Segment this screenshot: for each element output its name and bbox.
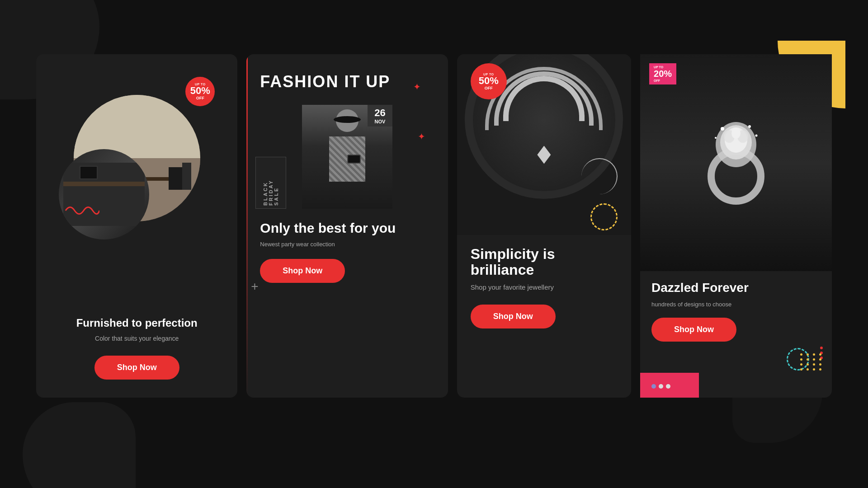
- card1-subtitle: Color that suits your elegance: [76, 335, 198, 342]
- cards-container: UP TO 50% OFF Furnished to perfection Co…: [36, 54, 832, 398]
- svg-point-10: [715, 137, 717, 139]
- desk-surface: [63, 182, 145, 186]
- card3-description: Shop your favorite jewellery: [471, 283, 618, 291]
- svg-point-6: [731, 128, 741, 139]
- card4-badge-off: OFF: [654, 79, 672, 82]
- card3-shop-button[interactable]: Shop Now: [471, 305, 556, 328]
- rings-card: ◀ ◀ ◀ ◀ ◀: [640, 54, 832, 398]
- date-day: 26: [370, 107, 390, 119]
- fashion-hat: [334, 116, 361, 123]
- jewellery-card: UP TO 50% OFF Simplicity is brilliance S…: [457, 54, 631, 398]
- discount-badge: UP TO 50% OFF: [185, 77, 215, 106]
- fashion-card: FASHION IT UP ✦ ✦ + BLACK FRIDAY SALE 26…: [246, 54, 448, 398]
- necklace-pendant: [537, 146, 551, 164]
- carousel-dot-3[interactable]: [666, 384, 670, 389]
- black-friday-tag: BLACK FRIDAY SALE: [255, 157, 286, 209]
- star-decoration-1: ✦: [413, 81, 421, 92]
- svg-point-9: [755, 135, 758, 137]
- badge-off: OFF: [196, 96, 204, 100]
- furniture-card: UP TO 50% OFF Furnished to perfection Co…: [36, 54, 237, 398]
- carousel-dot-2[interactable]: [659, 384, 663, 389]
- date-month: NOV: [370, 119, 390, 124]
- squiggle-decoration: [63, 202, 99, 221]
- card4-title: Dazzled Forever: [651, 280, 821, 296]
- svg-point-7: [721, 127, 724, 131]
- card2-divider: [246, 54, 248, 398]
- date-box: 26 NOV: [368, 105, 392, 127]
- plus-decoration: +: [251, 279, 258, 294]
- card2-text-area: Only the best for you Newest party wear …: [260, 220, 434, 283]
- card4-badge-up-to: UP TO: [654, 66, 672, 69]
- fashion-camera: [347, 155, 361, 164]
- badge-percent: 50%: [190, 86, 210, 96]
- room-lamp: [182, 163, 191, 190]
- card4-discount-badge: UP TO 20% OFF: [649, 63, 676, 84]
- carousel-dots: [651, 384, 670, 389]
- card3-discount-badge: UP TO 50% OFF: [471, 63, 507, 99]
- room-wall: [74, 95, 200, 158]
- card3-badge-percent: 50%: [479, 76, 499, 86]
- desk-monitor: [80, 166, 98, 179]
- card1-text-area: Furnished to perfection Color that suits…: [76, 308, 198, 380]
- bottom-dot-grid: [800, 353, 823, 371]
- card1-desk-image: [59, 149, 149, 239]
- card4-shop-button[interactable]: Shop Now: [651, 318, 736, 342]
- ring-svg: [686, 104, 786, 221]
- bg-decoration-2: [23, 402, 136, 488]
- dot-1: [820, 347, 823, 349]
- ring-display: [640, 54, 832, 271]
- card4-image-area: UP TO 20% OFF: [640, 54, 832, 271]
- arc-decoration: [581, 158, 618, 194]
- card3-title: Simplicity is brilliance: [471, 246, 618, 278]
- svg-point-8: [748, 125, 751, 128]
- card2-subheading: Only the best for you: [260, 220, 434, 236]
- card3-badge-off: OFF: [485, 86, 493, 90]
- card2-heading: FASHION IT UP: [260, 72, 434, 91]
- card2-shop-button[interactable]: Shop Now: [260, 259, 345, 283]
- card4-badge-percent: 20%: [654, 69, 672, 79]
- card1-title: Furnished to perfection: [76, 317, 198, 329]
- card2-image-area: BLACK FRIDAY SALE 26 NOV: [260, 105, 434, 209]
- card1-desk-circle: [59, 149, 149, 239]
- card4-description: hundreds of designs to choose: [651, 300, 821, 309]
- carousel-dot-1[interactable]: [651, 384, 656, 389]
- card2-fashion-photo: 26 NOV: [302, 105, 392, 209]
- card1-image-area: UP TO 50% OFF: [50, 68, 224, 249]
- card2-description: Newest party wear collection: [260, 241, 434, 248]
- dashed-circle-decoration: [590, 203, 618, 230]
- card3-text-area: Simplicity is brilliance Shop your favor…: [457, 235, 631, 328]
- room-chair2: [169, 167, 182, 190]
- card4-text-area: Dazzled Forever hundreds of designs to c…: [640, 271, 832, 351]
- card1-shop-button[interactable]: Shop Now: [94, 356, 179, 380]
